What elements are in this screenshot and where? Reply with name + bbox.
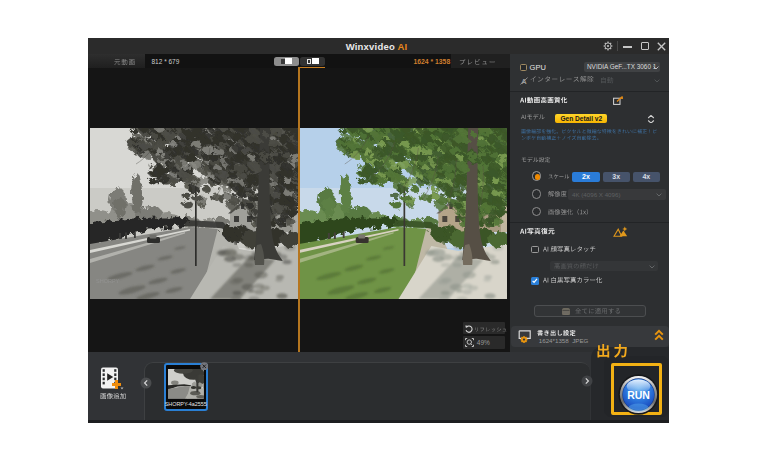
- svg-text:SHORPY: SHORPY: [96, 278, 120, 284]
- svg-text:RUN: RUN: [627, 389, 650, 401]
